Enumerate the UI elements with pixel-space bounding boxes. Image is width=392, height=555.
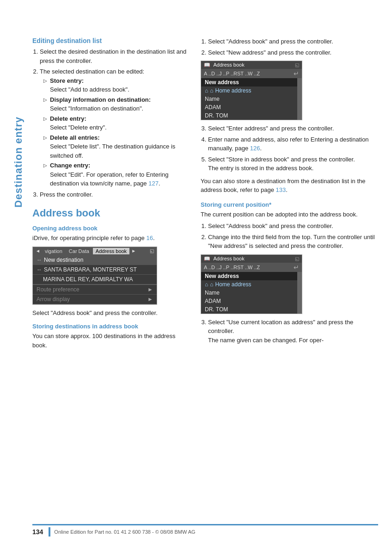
- menu-marina-del-rey: MARINA DEL REY, ADMIRALTY WA: [33, 275, 157, 284]
- page-footer: 134 Online Edition for Part no. 01 41 2 …: [32, 524, 378, 536]
- select-text: Select "Address book" and press the cont…: [32, 308, 190, 318]
- nav-corner: ◱: [150, 248, 154, 253]
- link-127[interactable]: 127: [148, 180, 159, 187]
- storing-text: You can store approx. 100 destinations i…: [32, 332, 190, 350]
- storing-current-text: The current position can be adopted into…: [201, 210, 378, 219]
- current-steps-list: Select "Address book" and press the con­…: [201, 222, 378, 251]
- right-column: Select "Address book" and press the con­…: [201, 37, 378, 352]
- storing-heading: Storing destinations in address book: [32, 323, 190, 330]
- page-container: Destination entry Editing destination li…: [0, 0, 392, 555]
- current-step-3-list: Select "Use current location as address"…: [201, 318, 378, 345]
- nav-menu: New destination ↔SANTA BARBARA, MONTERRE…: [33, 255, 157, 304]
- storing-current-heading: Storing current position*: [201, 201, 378, 208]
- addr-row-new-address-1: New address: [201, 78, 302, 86]
- menu-new-destination: New destination: [33, 255, 157, 265]
- menu-santa-barbara: ↔SANTA BARBARA, MONTERREY ST: [33, 265, 157, 275]
- addr-screenshot-1: 📖 Address book ◱ A ..D ..J ..P ..RST ..W…: [201, 61, 302, 120]
- bullet-delete-all: Delete all entries:Select "Delete list".…: [43, 133, 190, 160]
- nav-bar: ◄ vigation Car Data Address book ► ◱: [33, 247, 157, 255]
- editing-step-1: Select the desired destination in the de…: [40, 47, 190, 65]
- link-133[interactable]: 133: [276, 186, 286, 193]
- addr-alpha-1: A ..D ..J ..P ..RST ..W ..Z ↵: [201, 69, 302, 78]
- bullet-display: Display information on destination:Selec…: [43, 95, 190, 113]
- right-steps-1-2: Select "Address book" and press the con­…: [201, 37, 378, 57]
- addr-row-drtom-2: DR. TOM: [201, 305, 302, 314]
- nav-item-cardata: Car Data: [66, 248, 92, 254]
- addr-alpha-text-1: A ..D ..J ..P ..RST ..W ..Z: [204, 71, 260, 76]
- right-step-1: Select "Address book" and press the con­…: [208, 37, 378, 46]
- menu-arrow-display: Arrow display ►: [33, 295, 157, 304]
- sidebar-label: Destination entry: [10, 74, 27, 250]
- addr-corner-1: ◱: [295, 62, 299, 68]
- addr-enter-icon-1: ↵: [294, 70, 299, 77]
- right-step-2: Select "New address" and press the con­t…: [208, 48, 378, 57]
- right-step-3: Select "Enter address" and press the con…: [208, 124, 378, 133]
- addr-row-new-address-2: New address: [201, 272, 302, 280]
- nav-arrow-right: ►: [131, 248, 136, 253]
- addr-row-drtom-1: DR. TOM: [201, 111, 302, 120]
- addr-enter-icon-2: ↵: [294, 264, 299, 271]
- current-step-1: Select "Address book" and press the con­…: [208, 222, 378, 231]
- bullet-delete: Delete entry:Select "Delete entry".: [43, 114, 190, 132]
- opening-heading: Opening address book: [32, 225, 190, 232]
- addr-row-name-1: Name: [201, 95, 302, 103]
- right-steps-3-5: Select "Enter address" and press the con…: [201, 124, 378, 173]
- editing-step-3: Press the controller.: [40, 190, 190, 199]
- bullet-change: Change entry:Select "Edit". For operatio…: [43, 161, 190, 188]
- right-step-5: Select "Store in address book" and press…: [208, 155, 378, 173]
- footer-bar: [49, 527, 50, 536]
- current-step-2: Change into the third field from the top…: [208, 233, 378, 251]
- addr-row-adam-2: ADAM: [201, 297, 302, 305]
- addr-header-2: 📖 Address book ◱: [201, 255, 302, 263]
- addr-screenshot-2: 📖 Address book ◱ A ..D ..J ..P ..RST ..W…: [201, 254, 302, 314]
- nav-arrow-left: ◄: [36, 248, 40, 253]
- addr-scrollbar-1: [297, 78, 302, 120]
- also-store-text: You can also store a destination from th…: [201, 177, 378, 195]
- editing-heading: Editing destination list: [32, 37, 190, 44]
- right-step-4: Enter name and address, also refer to En…: [208, 135, 378, 153]
- menu-route-preference: Route preference ►: [33, 285, 157, 295]
- editing-step-2: The selected destination can be edited: …: [40, 67, 190, 188]
- addr-header-title-1: Address book: [213, 62, 244, 68]
- address-book-heading: Address book: [32, 207, 190, 219]
- link-126[interactable]: 126: [250, 145, 260, 152]
- nav-item-vigation: vigation: [42, 248, 65, 254]
- addr-header-title-2: Address book: [213, 256, 244, 261]
- link-16[interactable]: 16: [146, 234, 153, 241]
- sidebar-text: Destination entry: [12, 117, 24, 208]
- nav-item-addressbook: Address book: [93, 248, 129, 254]
- addr-alpha-2: A ..D ..J ..P ..RST ..W ..Z ↵: [201, 263, 302, 272]
- editing-bullets: Store entry:Select "Add to address book"…: [40, 76, 190, 188]
- footer-text: Online Edition for Part no. 01 41 2 600 …: [54, 529, 195, 535]
- nav-screenshot: ◄ vigation Car Data Address book ► ◱ New…: [32, 247, 157, 305]
- bullet-store: Store entry:Select "Add to address book"…: [43, 76, 190, 94]
- addr-row-home-1: ⌂ Home address: [201, 86, 302, 95]
- addr-header-1: 📖 Address book ◱: [201, 61, 302, 69]
- opening-text: iDrive, for operating principle refer to…: [32, 234, 190, 243]
- addr-row-adam-1: ADAM: [201, 103, 302, 111]
- current-step-3: Select "Use current location as address"…: [208, 318, 378, 345]
- addr-row-name-2: Name: [201, 289, 302, 297]
- addr-row-home-2: ⌂ Home address: [201, 280, 302, 289]
- addr-alpha-text-2: A ..D ..J ..P ..RST ..W ..Z: [204, 265, 260, 270]
- addr-corner-2: ◱: [295, 256, 299, 261]
- editing-steps-list: Select the desired destination in the de…: [32, 47, 190, 199]
- addr-scrollbar-2: [297, 272, 302, 314]
- page-number: 134: [32, 528, 43, 536]
- main-content: Editing destination list Select the desi…: [32, 37, 378, 352]
- left-column: Editing destination list Select the desi…: [32, 37, 190, 352]
